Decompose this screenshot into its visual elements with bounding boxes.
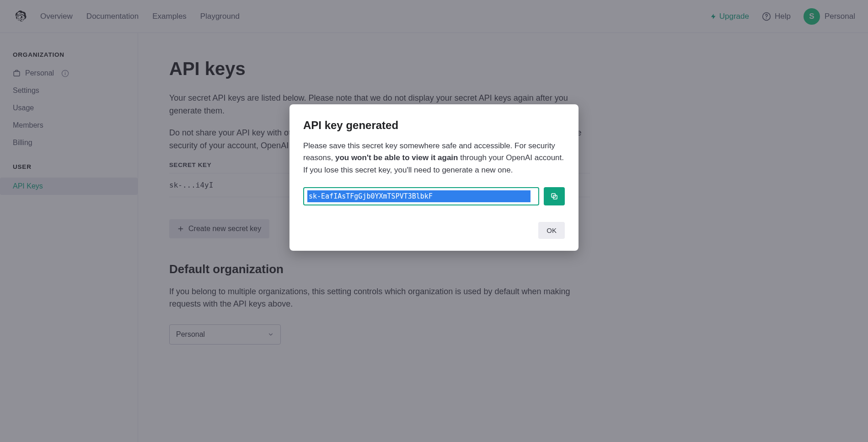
copy-icon — [550, 192, 558, 200]
api-key-generated-modal: API key generated Please save this secre… — [289, 104, 579, 251]
copy-key-button[interactable] — [544, 187, 565, 205]
ok-button[interactable]: OK — [538, 222, 565, 239]
modal-overlay[interactable]: API key generated Please save this secre… — [0, 0, 868, 442]
secret-key-value: sk-EafIAsTFgGjb0YXmTSPVT3BlbkF — [309, 192, 433, 200]
modal-text-strong: you won't be able to view it again — [335, 153, 458, 162]
modal-title: API key generated — [303, 119, 565, 132]
modal-body: Please save this secret key somewhere sa… — [303, 140, 565, 176]
secret-key-field[interactable]: sk-EafIAsTFgGjb0YXmTSPVT3BlbkF — [303, 187, 539, 205]
